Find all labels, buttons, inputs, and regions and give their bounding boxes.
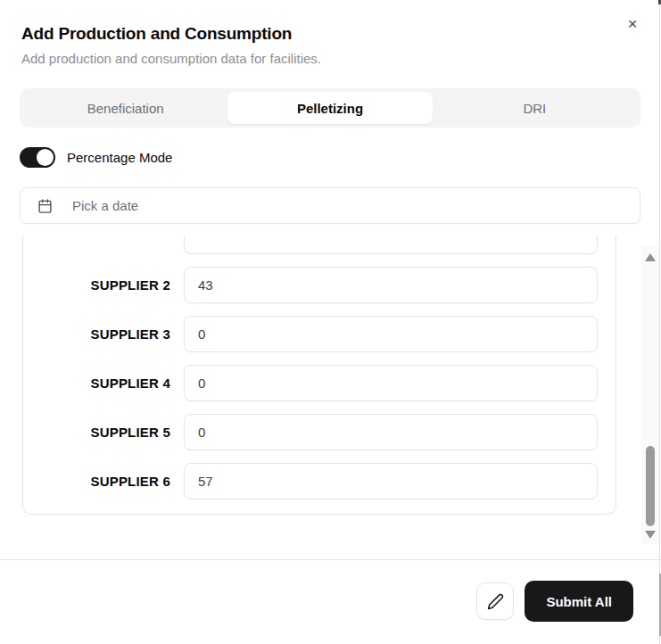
dialog-header: Add Production and Consumption Add produ… bbox=[0, 0, 661, 66]
tab-dri[interactable]: DRI bbox=[433, 92, 637, 124]
date-picker-placeholder: Pick a date bbox=[72, 198, 138, 213]
supplier-row: SUPPLIER 5 bbox=[41, 414, 598, 450]
supplier-row: SUPPLIER 3 bbox=[41, 316, 598, 352]
add-production-consumption-dialog: × Add Production and Consumption Add pro… bbox=[0, 0, 661, 644]
supplier-label: SUPPLIER 6 bbox=[41, 474, 170, 489]
supplier-4-input[interactable] bbox=[184, 365, 598, 401]
supplier-3-input[interactable] bbox=[184, 316, 598, 352]
scrollbar-track[interactable] bbox=[641, 246, 659, 544]
supplier-5-input[interactable] bbox=[184, 414, 598, 450]
close-icon[interactable]: × bbox=[622, 13, 643, 35]
supplier-label: SUPPLIER 4 bbox=[41, 376, 170, 391]
dialog-title: Add Production and Consumption bbox=[21, 24, 640, 44]
supplier-2-input[interactable] bbox=[184, 267, 598, 303]
supplier-label: SUPPLIER 3 bbox=[41, 326, 170, 342]
supplier-6-input[interactable] bbox=[184, 463, 598, 500]
scroll-up-icon[interactable] bbox=[645, 253, 656, 261]
supplier-row: SUPPLIER 2 bbox=[41, 267, 598, 303]
percentage-mode-toggle[interactable] bbox=[20, 147, 55, 168]
percentage-mode-label: Percentage Mode bbox=[67, 150, 172, 165]
percentage-mode-row: Percentage Mode bbox=[20, 146, 640, 168]
supplier-label: SUPPLIER 2 bbox=[41, 277, 170, 293]
dialog-subtitle: Add production and consumption data for … bbox=[21, 51, 640, 66]
calendar-icon bbox=[37, 198, 53, 214]
edit-button[interactable] bbox=[476, 582, 514, 620]
date-picker-button[interactable]: Pick a date bbox=[20, 187, 640, 224]
scrollbar-thumb[interactable] bbox=[646, 446, 655, 526]
scroll-down-icon[interactable] bbox=[645, 531, 656, 539]
supplier-row: SUPPLIER 4 bbox=[41, 365, 598, 401]
tab-beneficiation[interactable]: Beneficiation bbox=[23, 92, 227, 124]
supplier-row: SUPPLIER 6 bbox=[41, 463, 598, 500]
tab-pelletizing[interactable]: Pelletizing bbox=[227, 92, 432, 124]
dialog-footer: Submit All bbox=[0, 559, 661, 644]
supplier-row-partial bbox=[41, 235, 598, 254]
supplier-1-input[interactable] bbox=[184, 235, 598, 254]
toggle-knob bbox=[37, 149, 54, 166]
suppliers-card: SUPPLIER 2 SUPPLIER 3 SUPPLIER 4 SUPPLIE… bbox=[22, 235, 616, 515]
pencil-icon bbox=[487, 593, 504, 610]
window-right-edge bbox=[659, 0, 660, 644]
suppliers-scroll-viewport: SUPPLIER 2 SUPPLIER 3 SUPPLIER 4 SUPPLIE… bbox=[22, 235, 616, 544]
supplier-label: SUPPLIER 5 bbox=[41, 425, 170, 440]
facility-tabs: Beneficiation Pelletizing DRI bbox=[20, 88, 640, 128]
submit-all-button[interactable]: Submit All bbox=[525, 581, 633, 622]
